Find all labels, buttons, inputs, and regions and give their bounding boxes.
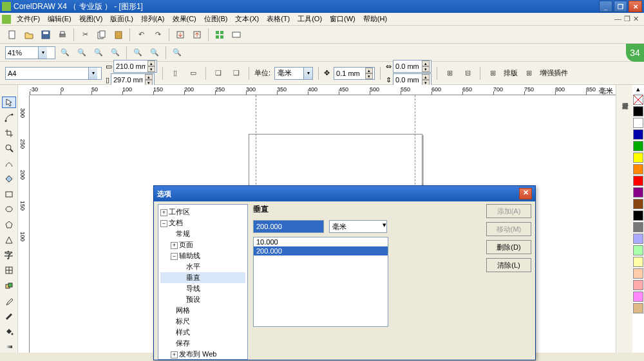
delete-button[interactable]: 删除(D) xyxy=(486,240,531,254)
menu-bitmap[interactable]: 位图(B) xyxy=(200,13,232,25)
polygon-tool[interactable] xyxy=(2,219,16,230)
ellipse-tool[interactable] xyxy=(2,203,16,215)
color-swatch[interactable] xyxy=(633,118,643,128)
zoom-height-button[interactable]: 🔍 xyxy=(170,46,184,60)
list-item[interactable]: 10.000 xyxy=(254,237,388,246)
zoom-out-button[interactable]: 🔍 xyxy=(75,46,89,60)
menu-tools[interactable]: 工具(O) xyxy=(294,13,326,25)
table-tool[interactable] xyxy=(2,265,16,277)
paper-size-input[interactable] xyxy=(6,69,88,77)
zoom-in-button[interactable]: 🔍 xyxy=(58,46,72,60)
close-button[interactable]: ✕ xyxy=(629,1,642,12)
freehand-tool[interactable] xyxy=(2,158,16,169)
menu-effects[interactable]: 效果(C) xyxy=(169,13,200,25)
save-button[interactable] xyxy=(39,28,53,42)
dropdown-icon[interactable]: ▾ xyxy=(303,68,312,79)
minimize-button[interactable]: _ xyxy=(599,1,612,12)
import-button[interactable] xyxy=(173,28,187,42)
color-swatch[interactable] xyxy=(633,176,643,186)
page-width-input[interactable]: ▴▾ xyxy=(113,60,157,73)
crop-tool[interactable] xyxy=(2,127,16,139)
guide-unit-combo[interactable]: 毫米 ▾ xyxy=(329,220,387,233)
color-swatch[interactable] xyxy=(633,245,643,255)
doc-minimize-button[interactable]: — xyxy=(614,15,621,23)
paper-size-combo[interactable]: ▾ xyxy=(5,67,102,80)
shape-tool[interactable] xyxy=(2,112,16,124)
dropdown-icon[interactable]: ▾ xyxy=(88,68,97,79)
zoom-combo[interactable]: ▾ xyxy=(5,46,55,59)
export-button[interactable] xyxy=(190,28,204,42)
menu-help[interactable]: 帮助(H) xyxy=(359,13,391,25)
dropdown-icon[interactable]: ▾ xyxy=(38,47,47,59)
options-tree[interactable]: +工作区 −文档 常规 +页面 −辅助线 水平 垂直 导线 预设 网格 标尺 样… xyxy=(158,204,248,360)
color-swatch[interactable] xyxy=(633,164,643,174)
color-swatch[interactable] xyxy=(633,222,643,232)
print-button[interactable] xyxy=(55,28,70,42)
fill-tool[interactable] xyxy=(2,326,16,337)
dup-x-input[interactable]: ▴▾ xyxy=(393,60,431,73)
vertical-ruler[interactable]: 300250200150100 xyxy=(18,95,30,353)
zoom-page-button[interactable]: 🔍 xyxy=(131,46,145,60)
doc-close-button[interactable]: ✕ xyxy=(633,15,639,23)
new-button[interactable] xyxy=(5,28,19,42)
text-tool[interactable]: 字 xyxy=(2,250,16,261)
snap-toggle-1[interactable]: ⊞ xyxy=(442,66,457,80)
zoom-tool[interactable] xyxy=(2,143,16,154)
move-button[interactable]: 移动(M) xyxy=(486,222,531,236)
color-swatch[interactable] xyxy=(633,280,643,290)
list-item[interactable]: 200.000 xyxy=(254,246,388,255)
menu-file[interactable]: 文件(F) xyxy=(13,13,44,25)
snap-toggle-2[interactable]: ⊟ xyxy=(460,66,475,80)
open-button[interactable] xyxy=(22,28,36,42)
color-swatch[interactable] xyxy=(633,292,643,302)
color-swatch[interactable] xyxy=(633,141,643,151)
horizontal-ruler[interactable]: 毫米 -300501001502002503003504004505005506… xyxy=(30,85,616,95)
clear-button[interactable]: 清除(L) xyxy=(486,258,531,272)
paste-button[interactable] xyxy=(111,28,126,42)
palette-scroll-up[interactable]: ▴ xyxy=(632,85,644,94)
color-swatch[interactable] xyxy=(633,303,643,313)
copy-button[interactable] xyxy=(95,28,109,42)
menu-edit[interactable]: 编辑(E) xyxy=(44,13,75,25)
basic-shapes-tool[interactable] xyxy=(2,234,16,246)
color-swatch[interactable] xyxy=(633,106,643,116)
landscape-button[interactable]: ▭ xyxy=(186,66,200,80)
menu-view[interactable]: 视图(V) xyxy=(75,13,107,25)
zoom-selection-button[interactable]: 🔍 xyxy=(91,46,106,60)
redo-button[interactable]: ↷ xyxy=(151,28,165,42)
color-swatch[interactable] xyxy=(633,187,643,198)
zoom-width-button[interactable]: 🔍 xyxy=(147,46,162,60)
color-swatch[interactable] xyxy=(633,129,643,140)
app-launcher-button[interactable] xyxy=(213,28,227,42)
docker-tab[interactable]: 对象管理器 xyxy=(616,85,633,111)
page-current-button[interactable]: ❏ xyxy=(229,66,243,80)
pick-tool[interactable] xyxy=(2,97,16,108)
nudge-input[interactable]: ▴▾ xyxy=(334,67,375,80)
page-height-input[interactable]: ▴▾ xyxy=(111,73,155,86)
dup-y-input[interactable]: ▴▾ xyxy=(393,73,431,86)
eyedropper-tool[interactable] xyxy=(2,295,16,307)
dialog-title-bar[interactable]: 选项 ✕ xyxy=(154,186,535,201)
color-swatch[interactable] xyxy=(633,153,643,163)
color-swatch[interactable] xyxy=(633,210,643,221)
menu-window[interactable]: 窗口(W) xyxy=(326,13,359,25)
welcome-button[interactable] xyxy=(229,28,243,42)
color-swatch[interactable] xyxy=(633,199,643,209)
zoom-input[interactable] xyxy=(6,49,38,57)
menu-text[interactable]: 文本(X) xyxy=(231,13,263,25)
guide-list[interactable]: 10.000 200.000 xyxy=(253,237,388,327)
units-combo[interactable]: 毫米 ▾ xyxy=(274,67,313,80)
color-swatch[interactable] xyxy=(633,234,643,244)
cut-button[interactable]: ✂ xyxy=(78,28,92,42)
no-color-swatch[interactable] xyxy=(633,95,643,105)
dialog-close-button[interactable]: ✕ xyxy=(519,188,532,199)
outline-tool[interactable] xyxy=(2,311,16,322)
menu-layout[interactable]: 版面(L) xyxy=(106,13,137,25)
maximize-button[interactable]: ❐ xyxy=(614,1,627,12)
undo-button[interactable]: ↶ xyxy=(134,28,148,42)
layout-button[interactable]: ⊞ xyxy=(486,66,500,80)
color-swatch[interactable] xyxy=(633,268,643,279)
dropdown-icon[interactable]: ▾ xyxy=(383,221,386,232)
guide-value-input[interactable] xyxy=(253,220,324,233)
interactive-fill-tool[interactable] xyxy=(2,341,16,353)
